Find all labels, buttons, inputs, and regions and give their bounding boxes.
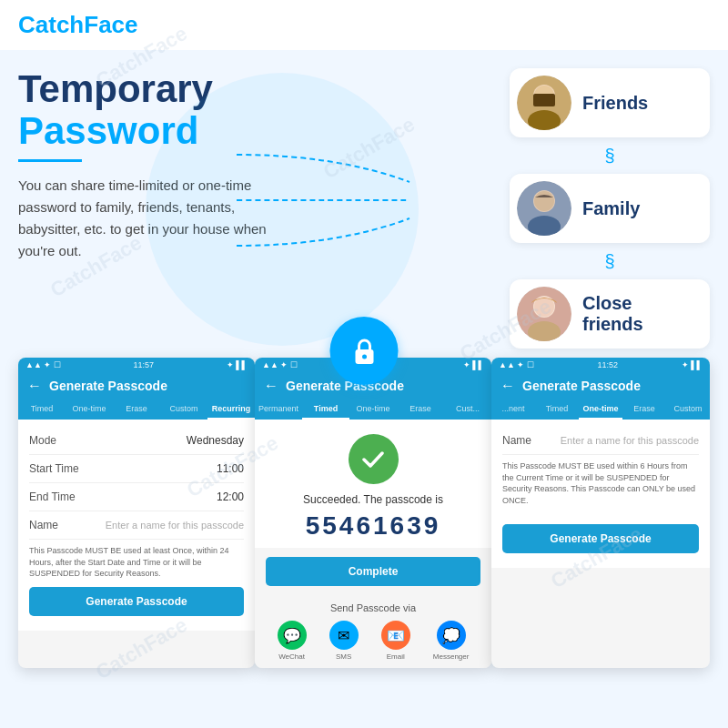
field-start-time: Start Time 11:00 <box>29 455 244 483</box>
field-end-time: End Time 12:00 <box>29 483 244 511</box>
person-cards: Friends § Family § <box>510 68 710 349</box>
title-line1: Temporary <box>18 67 213 110</box>
tab-timed-mid[interactable]: Timed <box>302 399 349 420</box>
friends-label: Friends <box>582 93 648 114</box>
share-icons: 💬 WeChat ✉ SMS 📧 Email 💭 Messenger <box>266 621 480 661</box>
phone-left-status: ▲▲ ✦ ☐ 11:57 ✦ ▌▌ <box>18 358 255 372</box>
title-underline <box>18 159 82 162</box>
info-text-left: This Passcode MUST BE used at least Once… <box>29 545 244 580</box>
back-arrow-right[interactable]: ← <box>500 378 515 394</box>
phone-right-tabs: ...nent Timed One-time Erase Custom <box>491 399 710 420</box>
tab-onetime-left[interactable]: One-time <box>66 399 113 420</box>
messenger-label: Messenger <box>433 652 470 661</box>
back-arrow-left[interactable]: ← <box>27 378 42 394</box>
lock-circle <box>330 317 399 385</box>
status-time: 11:57 <box>134 360 155 369</box>
phone-middle: ▲▲ ✦ ☐ 12:02 ✦ ▌▌ ← Generate Passcode Pe… <box>255 358 491 668</box>
bg-decoration <box>146 73 419 346</box>
success-area: Succeeded. The passcode is 55461639 <box>255 420 491 548</box>
status-right-mid: ✦ ▌▌ <box>463 360 484 369</box>
wechat-label: WeChat <box>278 652 305 661</box>
phone-left-nav-title: Generate Passcode <box>49 379 167 393</box>
tab-erase-right[interactable]: Erase <box>622 399 666 420</box>
generate-btn-right[interactable]: Generate Passcode <box>502 524 699 553</box>
tab-onetime-right[interactable]: One-time <box>579 399 622 420</box>
close-friends-label: Close friends <box>582 293 695 335</box>
tab-permanent-mid[interactable]: Permanent <box>255 399 302 420</box>
svg-rect-4 <box>533 94 555 106</box>
family-card: Family <box>510 174 710 243</box>
phone-right-content: Name Enter a name for this passcode This… <box>491 420 710 568</box>
share-messenger[interactable]: 💭 Messenger <box>433 621 470 661</box>
phone-left-content: Mode Wednesday Start Time 11:00 End Time… <box>18 420 255 631</box>
passcode-number: 55461639 <box>262 511 484 541</box>
tab-erase-mid[interactable]: Erase <box>397 399 444 420</box>
phone-right-nav: ← Generate Passcode <box>491 372 710 399</box>
phone-left-nav: ← Generate Passcode <box>18 372 255 399</box>
logo: CatchFace <box>18 11 138 39</box>
wechat-icon: 💬 <box>278 621 307 650</box>
family-label: Family <box>582 198 640 219</box>
close-friends-avatar <box>517 287 571 341</box>
complete-btn[interactable]: Complete <box>266 557 480 586</box>
status-time-right: 11:52 <box>598 360 619 369</box>
close-friends-card: Close friends <box>510 279 710 349</box>
status-left-right: ▲▲ ✦ ☐ <box>499 360 534 369</box>
phone-left: ▲▲ ✦ ☐ 11:57 ✦ ▌▌ ← Generate Passcode Ti… <box>18 358 255 668</box>
phone-right-status: ▲▲ ✦ ☐ 11:52 ✦ ▌▌ <box>491 358 710 372</box>
email-label: Email <box>387 652 405 661</box>
status-left-mid: ▲▲ ✦ ☐ <box>262 360 298 369</box>
share-sms[interactable]: ✉ SMS <box>329 621 359 661</box>
family-avatar <box>517 181 571 236</box>
logo-catch: Catch <box>18 11 84 38</box>
share-section: Send Passcode via 💬 WeChat ✉ SMS 📧 Email… <box>255 595 491 668</box>
status-right: ✦ ▌▌ <box>227 360 248 369</box>
share-title: Send Passcode via <box>266 602 480 613</box>
header: CatchFace <box>0 0 728 50</box>
svg-point-8 <box>534 191 554 211</box>
field-name-left: Name Enter a name for this passcode <box>29 511 244 540</box>
tab-recurring-left[interactable]: Recurring <box>207 399 255 420</box>
friends-avatar <box>517 76 571 130</box>
phone-right-nav-title: Generate Passcode <box>522 379 641 393</box>
tab-custom-mid[interactable]: Cust... <box>444 399 491 420</box>
phone-middle-tabs: Permanent Timed One-time Erase Cust... <box>255 399 491 420</box>
lock-icon-wrapper <box>330 317 399 385</box>
tab-erase-left[interactable]: Erase <box>113 399 160 420</box>
email-icon: 📧 <box>381 621 410 650</box>
arrow-1: § <box>510 147 710 165</box>
tab-custom-left[interactable]: Custom <box>160 399 207 420</box>
messenger-icon: 💭 <box>437 621 466 650</box>
tab-timed-right[interactable]: Timed <box>535 399 579 420</box>
field-mode: Mode Wednesday <box>29 427 244 455</box>
sms-label: SMS <box>336 652 351 661</box>
share-wechat[interactable]: 💬 WeChat <box>278 621 307 661</box>
check-icon <box>359 446 387 473</box>
tab-onetime-mid[interactable]: One-time <box>349 399 397 420</box>
sms-icon: ✉ <box>329 621 359 650</box>
logo-face: Face <box>84 11 137 38</box>
arrow-2: § <box>510 252 710 270</box>
back-arrow-mid[interactable]: ← <box>264 378 278 394</box>
info-text-right: This Passcode MUST BE used within 6 Hour… <box>502 460 699 506</box>
share-email[interactable]: 📧 Email <box>381 621 410 661</box>
tab-perm-right[interactable]: ...nent <box>491 399 535 420</box>
tab-timed-left[interactable]: Timed <box>18 399 66 420</box>
status-left: ▲▲ ✦ ☐ <box>25 360 61 369</box>
phone-right: ▲▲ ✦ ☐ 11:52 ✦ ▌▌ ← Generate Passcode ..… <box>491 358 710 668</box>
lock-svg <box>348 335 380 368</box>
check-circle <box>349 434 399 484</box>
tab-custom-right[interactable]: Custom <box>666 399 710 420</box>
status-right-right: ✦ ▌▌ <box>682 360 703 369</box>
generate-btn-left[interactable]: Generate Passcode <box>29 587 244 616</box>
success-text: Succeeded. The passcode is <box>262 493 484 506</box>
field-name-right: Name Enter a name for this passcode <box>502 427 699 455</box>
phones-section: ▲▲ ✦ ☐ 11:57 ✦ ▌▌ ← Generate Passcode Ti… <box>0 358 728 668</box>
phone-left-tabs: Timed One-time Erase Custom Recurring <box>18 399 255 420</box>
svg-point-14 <box>362 354 367 359</box>
friends-card: Friends <box>510 68 710 137</box>
